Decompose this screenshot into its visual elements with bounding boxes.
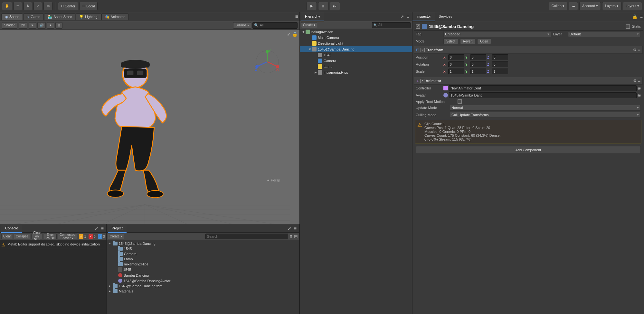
tab-game[interactable]: ▷ Game (23, 14, 44, 20)
audio-button[interactable]: 🔊 (37, 22, 46, 29)
hier-item-camera[interactable]: Camera (300, 58, 412, 64)
console-panel-menu[interactable]: ≡ (100, 225, 105, 232)
update-mode-dropdown[interactable]: Normal ▼ (450, 105, 641, 111)
animator-component-header[interactable]: ▷ Animator ⚙ ≡ (414, 77, 643, 85)
project-grid-icon[interactable]: ⊞ (294, 234, 298, 239)
hierarchy-menu[interactable]: ≡ (405, 14, 411, 20)
project-item-0[interactable]: ▼ 1545@Samba Dancing (107, 241, 298, 246)
viewport-maximize[interactable]: ⤢ (287, 32, 291, 37)
project-item-1[interactable]: 1545 (107, 246, 298, 251)
transform-menu[interactable]: ≡ (638, 47, 640, 52)
transform-component-header[interactable]: ⊡ Transform ⚙ ≡ (414, 46, 643, 54)
scale-y-field[interactable]: 1 (470, 69, 486, 74)
cloud-button[interactable]: ☁ (569, 2, 578, 10)
gizmos-button[interactable]: Gizmos ▾ (233, 22, 251, 29)
controller-pick[interactable]: ◉ (638, 86, 641, 90)
project-item-8[interactable]: ► 1545@Samba Dancing.fbm (107, 283, 298, 289)
avatar-pick[interactable]: ◉ (638, 93, 641, 97)
clear-button[interactable]: Clear (1, 234, 13, 239)
tab-scene[interactable]: ◉ Scene (1, 14, 23, 20)
console-message[interactable]: ⚠ Metal: Editor support disabled, skippi… (1, 242, 105, 248)
project-item-4[interactable]: mixamorig:Hips (107, 262, 298, 267)
project-create-button[interactable]: Create ▾ (108, 234, 124, 239)
tab-asset-store[interactable]: 🏪 Asset Store (44, 14, 75, 20)
tab-animator[interactable]: 🎭 Animator (101, 14, 128, 20)
inspector-lock[interactable]: 🔒 (631, 14, 639, 20)
pause-button[interactable]: ⏸ (318, 2, 328, 10)
overlay-button[interactable]: ⊞ (55, 22, 62, 29)
hier-item-dir-light[interactable]: Directional Light (300, 41, 412, 46)
project-panel-max[interactable]: ⤢ (286, 225, 293, 232)
tab-inspector[interactable]: Inspector (412, 12, 435, 21)
scene-panel-menu[interactable]: ≡ (295, 14, 298, 20)
collapse-button[interactable]: Collapse (14, 234, 30, 239)
static-checkbox[interactable] (626, 24, 630, 29)
hier-item-samba[interactable]: ▼ 1545@Samba Dancing (300, 46, 412, 52)
hier-item-root[interactable]: ▼ nakagawasan (300, 29, 412, 35)
tool-move[interactable]: ✛ (14, 2, 22, 10)
project-panel-menu[interactable]: ≡ (293, 225, 298, 232)
2d-button[interactable]: 2D (19, 22, 27, 29)
transform-settings[interactable]: ⚙ (633, 48, 637, 52)
layout-button[interactable]: Layout ▾ (623, 2, 642, 10)
console-panel-max[interactable]: ⤢ (93, 225, 100, 232)
culling-mode-dropdown[interactable]: Cull Update Transforms ▼ (450, 112, 641, 118)
center-button[interactable]: ⊙ Center (58, 2, 78, 10)
rotation-y-field[interactable]: 0 (470, 61, 486, 67)
position-y-field[interactable]: 0 (470, 54, 486, 60)
tool-hand[interactable]: ✋ (2, 2, 12, 10)
tool-rotate[interactable]: ↻ (24, 2, 32, 10)
tab-console[interactable]: Console (1, 224, 22, 233)
hierarchy-search[interactable]: 🔍 All (372, 22, 411, 28)
hierarchy-max[interactable]: ⤢ (399, 14, 405, 20)
avatar-field[interactable]: 1545@Samba Danc (449, 92, 637, 98)
step-button[interactable]: ⏭ (330, 2, 340, 10)
animator-settings[interactable]: ⚙ (633, 78, 637, 83)
effects-button[interactable]: ✦ (47, 22, 54, 29)
scale-z-field[interactable]: 1 (492, 69, 508, 74)
object-enabled-checkbox[interactable] (416, 24, 420, 29)
tab-hierarchy[interactable]: Hierarchy (301, 12, 324, 21)
play-button[interactable]: ▶ (307, 2, 317, 10)
error-pause-button[interactable]: Error Pause (44, 234, 57, 239)
position-z-field[interactable]: 0 (492, 54, 508, 60)
project-item-7[interactable]: 1545@Samba DancingAvatar (107, 278, 298, 283)
controller-field[interactable]: New Animator Cont (449, 85, 637, 91)
layer-dropdown[interactable]: Default ▼ (568, 31, 641, 37)
project-item-9[interactable]: ► Materials (107, 289, 298, 294)
project-search-input[interactable] (205, 234, 288, 239)
tool-scale[interactable]: ⤢ (33, 2, 42, 10)
inspector-menu[interactable]: ≡ (639, 14, 644, 20)
revert-button[interactable]: Revert (460, 38, 475, 44)
open-button[interactable]: Open (477, 38, 491, 44)
hierarchy-create-button[interactable]: Create ▾ (301, 22, 317, 28)
scene-viewport[interactable]: Y X Z ◄ Persp ⤢ 🔒 (0, 30, 299, 224)
tool-rect[interactable]: ▭ (43, 2, 52, 10)
transform-enabled[interactable] (421, 48, 425, 52)
shaded-button[interactable]: Shaded (2, 22, 17, 29)
select-button[interactable]: Select (443, 38, 458, 44)
tab-lighting[interactable]: 💡 Lighting (76, 14, 101, 20)
animator-enabled[interactable] (420, 79, 424, 83)
scale-x-field[interactable]: 1 (448, 69, 464, 74)
project-item-6[interactable]: Samba Dancing (107, 272, 298, 278)
add-component-button[interactable]: Add Component (416, 146, 641, 154)
hier-item-lamp[interactable]: Lamp (300, 64, 412, 69)
local-button[interactable]: ⊡ Local (80, 2, 98, 10)
project-item-2[interactable]: Camera (107, 251, 298, 256)
clear-on-play-button[interactable]: Clear on Play (31, 234, 43, 239)
connected-player-button[interactable]: Connected Player ▾ (58, 234, 77, 239)
hier-item-main-camera[interactable]: Main Camera (300, 35, 412, 41)
rotation-x-field[interactable]: 0 (448, 61, 464, 67)
viewport-lock[interactable]: 🔒 (292, 32, 298, 37)
project-upload-icon[interactable]: ⬆ (289, 234, 293, 239)
project-item-3[interactable]: Lamp (107, 256, 298, 262)
scene-search[interactable]: 🔍 All (252, 22, 298, 29)
tab-services[interactable]: Services (435, 12, 456, 21)
tag-dropdown[interactable]: Untagged ▼ (443, 31, 551, 37)
rotation-z-field[interactable]: 0 (492, 61, 508, 67)
hier-item-1545[interactable]: 1545 (300, 52, 412, 58)
layers-button[interactable]: Layers ▾ (602, 2, 621, 10)
hier-item-hips[interactable]: ► mixamorig:Hips (300, 69, 412, 75)
account-button[interactable]: Account ▾ (579, 2, 601, 10)
